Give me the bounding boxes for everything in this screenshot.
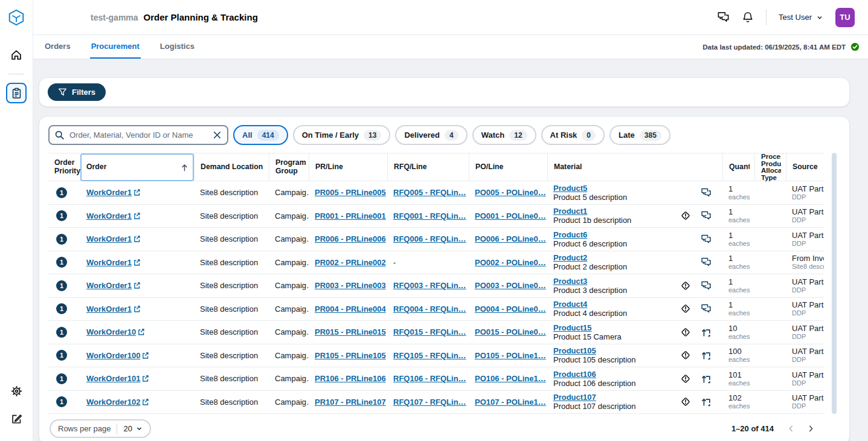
order-link[interactable]: WorkOrder100: [86, 351, 149, 360]
rfq-line-link[interactable]: RFQ003 - RFQLin…: [393, 281, 469, 290]
col-pr-line[interactable]: PR/Line: [309, 153, 387, 181]
po-line-link[interactable]: PO003 - POLine0…: [475, 281, 547, 290]
po-line-link[interactable]: PO004 - POLine0…: [475, 304, 547, 314]
user-menu[interactable]: Test User: [779, 13, 823, 22]
reroute-icon[interactable]: [701, 327, 712, 338]
col-demand-location[interactable]: Demand Location: [194, 153, 269, 181]
risk-alert-icon[interactable]: [680, 210, 691, 221]
po-line-link[interactable]: PO107 - POLine1…: [475, 398, 547, 407]
po-line-link[interactable]: PO015 - POLine0…: [475, 327, 547, 336]
risk-alert-icon[interactable]: [680, 373, 691, 384]
filter-pill-all[interactable]: All414: [233, 125, 288, 145]
comments-icon[interactable]: [701, 234, 712, 245]
comments-icon[interactable]: [701, 187, 712, 198]
pr-line-link[interactable]: PR005 - PRLine005: [315, 188, 387, 197]
rfq-line-link[interactable]: RFQ001 - RFQLin…: [393, 211, 469, 220]
material-link[interactable]: Product1: [553, 207, 587, 216]
po-line-link[interactable]: PO002 - POLine0…: [475, 258, 547, 267]
rfq-line-link[interactable]: RFQ005 - RFQLin…: [393, 188, 469, 197]
app-logo-icon[interactable]: [7, 8, 25, 27]
order-link[interactable]: WorkOrder1: [86, 234, 141, 243]
chat-bubbles-icon[interactable]: [717, 11, 730, 24]
material-link[interactable]: Product4: [553, 300, 587, 309]
avatar[interactable]: TU: [835, 8, 855, 27]
tab-procurement[interactable]: Procurement: [90, 35, 141, 59]
pr-line-link[interactable]: PR015 - PRLine015: [315, 327, 387, 336]
col-process-product-allocation-type[interactable]: Process Product Allocation Type: [754, 153, 786, 181]
material-link[interactable]: Product5: [553, 184, 587, 193]
pr-line-link[interactable]: PR006 - PRLine006: [315, 234, 387, 243]
rfq-line-link[interactable]: RFQ105 - RFQLin…: [393, 351, 469, 360]
risk-alert-icon[interactable]: [680, 396, 691, 407]
order-link[interactable]: WorkOrder1: [86, 304, 141, 314]
pr-line-link[interactable]: PR003 - PRLine003: [315, 281, 387, 290]
material-link[interactable]: Product107: [553, 393, 596, 402]
order-link[interactable]: WorkOrder1: [86, 188, 141, 197]
reroute-icon[interactable]: [701, 396, 712, 407]
order-link[interactable]: WorkOrder1: [86, 281, 141, 290]
rows-per-page-select[interactable]: Rows per page 20: [50, 419, 151, 438]
notifications-bell-icon[interactable]: [742, 11, 754, 24]
tab-logistics[interactable]: Logistics: [159, 35, 196, 59]
col-rfq-line[interactable]: RFQ/Line: [387, 153, 469, 181]
pr-line-link[interactable]: PR001 - PRLine001: [315, 211, 387, 220]
po-line-link[interactable]: PO105 - POLine1…: [475, 351, 547, 360]
material-link[interactable]: Product15: [553, 323, 592, 332]
filters-button[interactable]: Filters: [48, 83, 106, 101]
col-program-group[interactable]: Program Group: [269, 153, 309, 181]
pr-line-link[interactable]: PR004 - PRLine004: [315, 304, 387, 314]
po-line-link[interactable]: PO005 - POLine0…: [475, 188, 547, 197]
po-line-link[interactable]: PO006 - POLine0…: [475, 234, 547, 243]
po-line-link[interactable]: PO001 - POLine0…: [475, 211, 547, 220]
search-input[interactable]: [48, 125, 228, 145]
pr-line-link[interactable]: PR002 - PRLine002: [315, 258, 387, 267]
comments-icon[interactable]: [701, 257, 712, 268]
col-material[interactable]: Material: [547, 153, 722, 181]
sidebar-item-home[interactable]: [6, 45, 27, 65]
rfq-line-link[interactable]: RFQ004 - RFQLin…: [393, 304, 469, 314]
material-link[interactable]: Product3: [553, 277, 587, 286]
tab-orders[interactable]: Orders: [43, 35, 72, 59]
order-link[interactable]: WorkOrder102: [86, 398, 149, 407]
next-page-button[interactable]: [807, 425, 815, 433]
pr-line-link[interactable]: PR107 - PRLine107: [315, 398, 387, 407]
reroute-icon[interactable]: [701, 350, 712, 361]
material-link[interactable]: Product2: [553, 253, 587, 262]
comments-icon[interactable]: [701, 280, 712, 291]
pr-line-link[interactable]: PR106 - PRLine106: [315, 374, 387, 383]
filter-pill-on-time-early[interactable]: On Time / Early13: [293, 125, 391, 145]
clear-search-icon[interactable]: [212, 130, 222, 140]
risk-alert-icon[interactable]: [680, 280, 691, 291]
col-order-sorted[interactable]: Order: [80, 153, 194, 181]
material-link[interactable]: Product105: [553, 346, 596, 355]
filter-pill-late[interactable]: Late385: [609, 125, 670, 145]
risk-alert-icon[interactable]: [680, 303, 691, 314]
material-link[interactable]: Product106: [553, 370, 596, 379]
rfq-line-link[interactable]: RFQ106 - RFQLin…: [393, 374, 469, 383]
order-link[interactable]: WorkOrder1: [86, 258, 141, 267]
order-link[interactable]: WorkOrder101: [86, 374, 149, 383]
rfq-line-link[interactable]: RFQ107 - RFQLin…: [393, 398, 469, 407]
comments-icon[interactable]: [701, 303, 712, 314]
reroute-icon[interactable]: [701, 373, 712, 384]
rfq-line-link[interactable]: RFQ006 - RFQLin…: [393, 234, 469, 243]
risk-alert-icon[interactable]: [680, 350, 691, 361]
order-link[interactable]: WorkOrder10: [86, 327, 145, 336]
po-line-link[interactable]: PO106 - POLine1…: [475, 374, 547, 383]
col-source[interactable]: Source: [786, 153, 824, 181]
previous-page-button[interactable]: [787, 425, 795, 433]
filter-pill-delivered[interactable]: Delivered4: [395, 125, 467, 145]
sidebar-item-feedback[interactable]: [6, 408, 27, 429]
material-link[interactable]: Product6: [553, 230, 587, 239]
table-scrollbar[interactable]: [832, 153, 837, 414]
sidebar-item-settings[interactable]: [6, 381, 27, 401]
sidebar-item-order-tracking[interactable]: [6, 83, 27, 103]
col-po-line[interactable]: PO/Line: [469, 153, 547, 181]
pr-line-link[interactable]: PR105 - PRLine105: [315, 351, 387, 360]
rfq-line-link[interactable]: RFQ015 - RFQLin…: [393, 327, 469, 336]
order-link[interactable]: WorkOrder1: [86, 211, 141, 220]
comments-icon[interactable]: [701, 210, 712, 221]
filter-pill-at-risk[interactable]: At Risk0: [541, 125, 605, 145]
col-quantity-uom[interactable]: Quantity/UOM: [722, 153, 754, 181]
risk-alert-icon[interactable]: [680, 327, 691, 338]
